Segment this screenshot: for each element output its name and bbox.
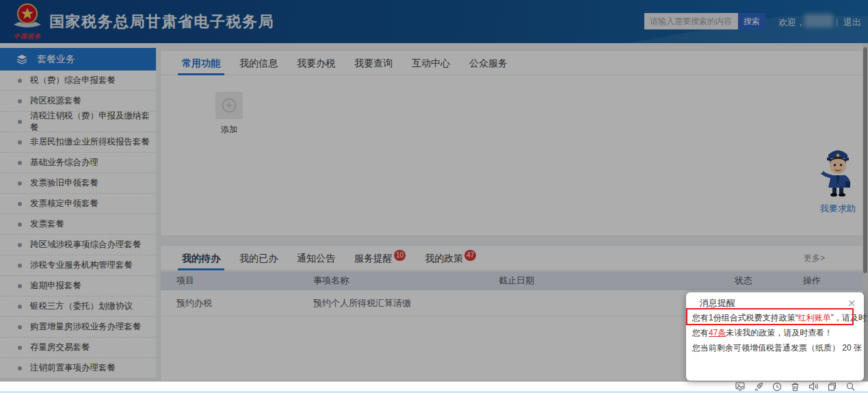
popup-message-unread-policies[interactable]: 您有47条未读我的政策，请及时查看！ [686,325,864,340]
picture-icon[interactable] [735,381,745,392]
message-text: ”，请及时查看！ [831,313,868,322]
message-text: 您有 [692,328,709,338]
message-highlight: 红利账单 [798,313,831,322]
message-popup: 消息提醒 ✕ 您有1份组合式税费支持政策“红利账单”，请及时查看！ 您有47条未… [686,292,864,381]
clock-icon[interactable] [772,381,782,392]
search-icon[interactable] [845,381,856,392]
message-text: 未读我的政策，请及时查看！ [726,328,832,338]
popup-message-invoice-balance: 您当前剩余可领增值税普通发票（纸质） 20 张 [686,340,864,355]
close-icon[interactable]: ✕ [847,299,856,308]
trash-icon[interactable] [790,381,800,392]
footer-toolbar [0,381,868,393]
popup-title: 消息提醒 [700,297,735,309]
unread-count-link[interactable]: 47条 [709,328,726,338]
speaker-icon[interactable] [808,381,819,392]
popup-message-policy-bill[interactable]: 您有1份组合式税费支持政策“红利账单”，请及时查看！ [686,310,864,325]
message-text: 您有1份组合式税费支持政策“ [692,313,798,322]
rocket-icon[interactable] [753,381,763,392]
message-text: 您当前剩余可领增值税普通发票（纸质） 20 张 [692,343,862,353]
copy-window-icon[interactable] [827,381,837,392]
page: 中国税务 国家税务总局甘肃省电子税务局 搜索 欢迎， | 退出 套餐业务 税（费… [0,0,868,393]
